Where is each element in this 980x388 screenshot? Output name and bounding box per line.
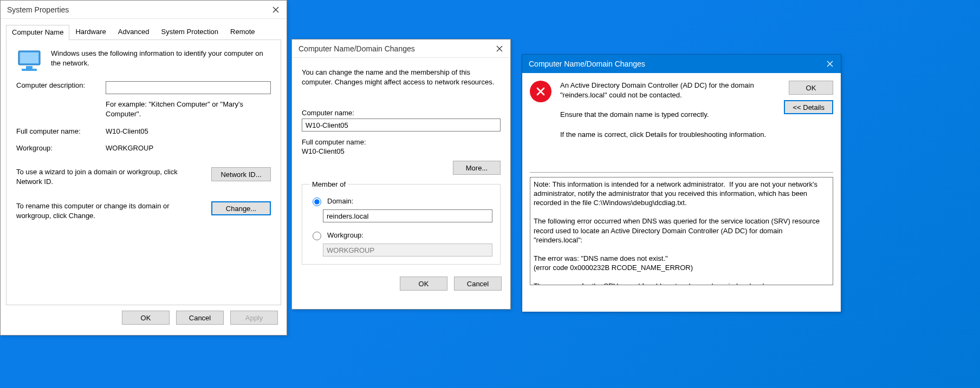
svg-rect-3 [22,69,37,71]
close-icon[interactable] [489,40,510,58]
domain-changes-intro: You can change the name and the membersh… [302,68,501,87]
intro-text: Windows uses the following information t… [51,49,271,68]
separator [530,172,833,173]
domain-input[interactable] [323,209,492,222]
full-name-label: Full computer name: [16,127,106,135]
error-line-1: An Active Directory Domain Controller (A… [560,81,775,100]
details-textarea[interactable]: Note: This information is intended for a… [530,177,833,285]
error-icon [530,81,551,102]
description-example: For example: "Kitchen Computer" or "Mary… [106,100,271,119]
description-input[interactable] [106,81,271,94]
full-name-value: W10-Client05 [106,127,271,135]
tab-computer-name[interactable]: Computer Name [6,25,69,40]
member-of-label: Member of [310,180,348,188]
computer-name-input[interactable] [302,119,501,131]
full-name-value: W10-Client05 [302,147,501,155]
full-name-label: Full computer name: [302,138,501,146]
computer-icon [16,49,43,73]
more-button[interactable]: More... [453,161,501,175]
computer-name-label: Computer name: [302,109,501,117]
ok-button[interactable]: OK [122,311,170,325]
change-text: To rename this computer or change its do… [16,201,179,220]
network-id-button[interactable]: Network ID... [211,167,271,181]
change-button[interactable]: Change... [211,201,271,215]
domain-changes-dialog: Computer Name/Domain Changes You can cha… [291,39,511,310]
error-dialog: Computer Name/Domain Changes An Active D… [522,54,841,312]
domain-label: Domain: [327,197,353,205]
error-title: Computer Name/Domain Changes [529,60,645,68]
close-icon[interactable] [819,55,841,73]
workgroup-label: Workgroup: [16,144,106,152]
tabstrip: Computer Name Hardware Advanced System P… [6,24,281,40]
domain-changes-title: Computer Name/Domain Changes [298,44,415,53]
error-line-2: Ensure that the domain name is typed cor… [560,110,775,120]
tab-panel-computer-name: Windows uses the following information t… [6,40,281,305]
cancel-button[interactable]: Cancel [454,277,502,291]
error-line-3: If the name is correct, click Details fo… [560,130,775,140]
workgroup-input[interactable] [323,244,492,257]
network-id-text: To use a wizard to join a domain or work… [16,167,179,186]
error-titlebar: Computer Name/Domain Changes [522,55,841,73]
workgroup-value: WORKGROUP [106,144,271,152]
tab-system-protection[interactable]: System Protection [155,24,225,40]
tab-remote[interactable]: Remote [224,24,261,40]
domain-changes-titlebar: Computer Name/Domain Changes [292,40,510,58]
system-properties-title: System Properties [7,5,69,14]
ok-button[interactable]: OK [789,81,833,95]
tab-hardware[interactable]: Hardware [69,24,112,40]
tab-advanced[interactable]: Advanced [112,24,155,40]
svg-rect-1 [20,52,38,63]
details-button[interactable]: << Details [784,100,833,114]
member-of-group: Member of Domain: Workgroup: [302,180,501,265]
cancel-button[interactable]: Cancel [176,311,224,325]
system-properties-dialog: System Properties Computer Name Hardware… [0,0,287,336]
domain-radio[interactable] [313,198,321,206]
workgroup-radio-label: Workgroup: [327,231,364,239]
ok-button[interactable]: OK [400,277,447,291]
workgroup-radio[interactable] [313,232,321,240]
description-label: Computer description: [16,81,106,94]
svg-rect-2 [26,66,33,69]
apply-button[interactable]: Apply [230,311,278,325]
close-icon[interactable] [265,1,287,19]
system-properties-titlebar: System Properties [1,1,287,19]
